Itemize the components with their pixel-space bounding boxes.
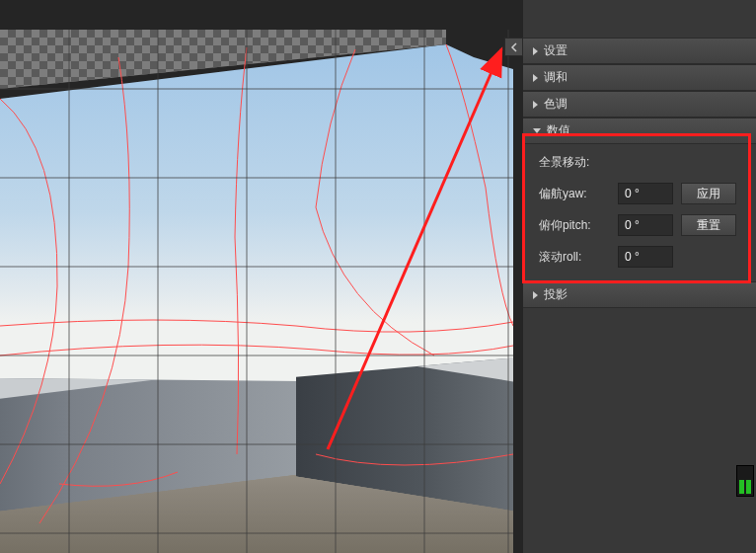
panel-title: 投影 <box>544 286 567 303</box>
triangle-right-icon <box>533 74 538 82</box>
yaw-input[interactable] <box>618 183 673 204</box>
level-meter <box>736 465 754 497</box>
panel-title: 调和 <box>544 69 567 86</box>
triangle-right-icon <box>533 291 538 299</box>
apply-button[interactable]: 应用 <box>681 183 736 204</box>
panel-header-numeric[interactable]: 数值 <box>523 118 756 144</box>
panorama-preview[interactable] <box>0 0 523 553</box>
panel-title: 数值 <box>547 122 570 139</box>
panel-header-harmonize[interactable]: 调和 <box>523 65 756 91</box>
pitch-input[interactable] <box>618 214 673 236</box>
pitch-label: 俯仰pitch: <box>539 217 610 234</box>
reset-button[interactable]: 重置 <box>681 214 736 236</box>
numeric-section-title: 全景移动: <box>539 154 744 171</box>
panel-body-numeric: 全景移动: 偏航yaw: 应用 俯仰pitch: 重置 滚动roll: <box>523 144 756 281</box>
roll-label: 滚动roll: <box>539 249 610 266</box>
chevron-left-icon <box>509 42 519 52</box>
triangle-right-icon <box>533 47 538 55</box>
panel-header-projection[interactable]: 投影 <box>523 282 756 308</box>
panel-header-settings[interactable]: 设置 <box>523 39 756 64</box>
collapse-panel-button[interactable] <box>504 38 523 56</box>
panel-header-tone[interactable]: 色调 <box>523 92 756 118</box>
triangle-right-icon <box>533 101 538 109</box>
triangle-down-icon <box>533 128 541 133</box>
yaw-label: 偏航yaw: <box>539 186 610 202</box>
panel-title: 设置 <box>544 42 567 59</box>
properties-panel: 设置 调和 色调 数值 全景移动: 偏航yaw: <box>523 0 756 553</box>
panel-title: 色调 <box>544 96 567 113</box>
roll-input[interactable] <box>618 246 673 268</box>
